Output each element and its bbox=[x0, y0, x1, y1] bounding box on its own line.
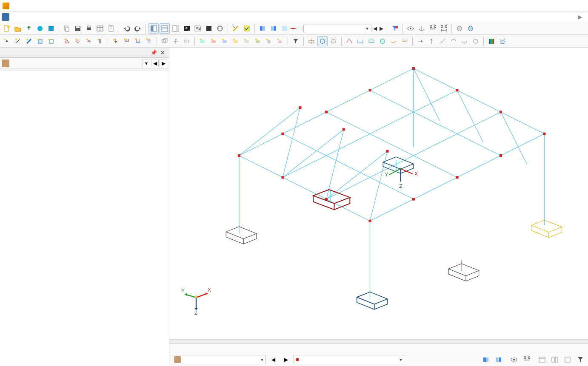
diagram-n-icon[interactable] bbox=[366, 36, 377, 46]
star-set3-icon[interactable] bbox=[220, 36, 230, 46]
viewport[interactable]: X Y Z X Y Z bbox=[169, 48, 588, 366]
view-iso-icon[interactable] bbox=[317, 36, 328, 46]
svg-point-65 bbox=[88, 40, 90, 42]
save-icon[interactable] bbox=[73, 23, 83, 34]
cube-green-icon[interactable] bbox=[377, 36, 388, 46]
panel-icon[interactable] bbox=[171, 23, 181, 34]
results-values-icon[interactable]: x.xx bbox=[522, 355, 532, 365]
loadcase-id[interactable] bbox=[297, 28, 303, 29]
loadcase-combo[interactable]: ▾ bbox=[303, 25, 371, 32]
star-nodeload-icon[interactable] bbox=[111, 36, 121, 46]
support-react-mz-icon[interactable] bbox=[471, 36, 481, 46]
svg-point-98 bbox=[255, 39, 257, 40]
star-release-icon[interactable] bbox=[84, 36, 94, 46]
view-persp-icon[interactable] bbox=[328, 36, 339, 46]
eye-icon[interactable] bbox=[405, 23, 416, 34]
redo-icon[interactable] bbox=[133, 23, 143, 34]
ai-icon[interactable] bbox=[204, 23, 214, 34]
star-section-icon[interactable] bbox=[95, 36, 105, 46]
dimension-icon[interactable]: x.xx bbox=[439, 23, 449, 34]
star-set8-icon[interactable] bbox=[275, 36, 285, 46]
star-hinge-icon[interactable] bbox=[73, 36, 83, 46]
results-split-icon[interactable] bbox=[550, 355, 560, 365]
star-node-icon[interactable] bbox=[2, 36, 12, 46]
new-file-icon[interactable] bbox=[2, 23, 12, 34]
results-loadcase-prev-icon[interactable] bbox=[481, 355, 491, 365]
anim-icon[interactable] bbox=[400, 36, 410, 46]
star-surface-icon[interactable] bbox=[35, 36, 45, 46]
results-prev-icon[interactable]: ◀ bbox=[268, 355, 278, 365]
navigator-dropdown-icon[interactable]: ▾ bbox=[143, 60, 150, 67]
loadcase-prev-icon[interactable] bbox=[257, 23, 268, 34]
star-set1-icon[interactable] bbox=[197, 36, 208, 46]
star-support-icon[interactable] bbox=[62, 36, 72, 46]
results-filter-icon[interactable] bbox=[575, 355, 585, 365]
upload-icon[interactable] bbox=[24, 23, 34, 34]
star-member-icon[interactable] bbox=[24, 36, 34, 46]
navigator-next-icon[interactable]: ▶ bbox=[160, 60, 167, 67]
star-memberload-icon[interactable] bbox=[133, 36, 143, 46]
results-table-icon[interactable] bbox=[537, 355, 547, 365]
console-icon[interactable]: >_ bbox=[182, 23, 192, 34]
deform-icon[interactable] bbox=[388, 36, 399, 46]
support-react-my-icon[interactable] bbox=[460, 36, 470, 46]
copy-obj-icon[interactable] bbox=[160, 36, 170, 46]
diagram-v-icon[interactable] bbox=[355, 36, 365, 46]
star-set6-icon[interactable] bbox=[253, 36, 263, 46]
loadcase-tag[interactable] bbox=[291, 28, 296, 29]
star-line-icon[interactable] bbox=[13, 36, 23, 46]
show-values-icon[interactable]: x.xx bbox=[428, 23, 438, 34]
results-loadcase-next-icon[interactable] bbox=[494, 355, 504, 365]
axis-setup-icon[interactable] bbox=[417, 23, 427, 34]
cube-alt-icon[interactable] bbox=[465, 23, 476, 34]
filter-icon[interactable] bbox=[291, 36, 301, 46]
cloud-icon[interactable] bbox=[35, 23, 45, 34]
support-react-mx-icon[interactable] bbox=[448, 36, 459, 46]
cube-icon[interactable] bbox=[454, 23, 465, 34]
loadcase-next-icon[interactable] bbox=[268, 23, 279, 34]
star-lineload-icon[interactable] bbox=[122, 36, 132, 46]
measure-icon[interactable] bbox=[231, 23, 241, 34]
block-icon[interactable] bbox=[46, 23, 56, 34]
app-menu-icon[interactable] bbox=[2, 13, 9, 21]
move-obj-icon[interactable] bbox=[171, 36, 181, 46]
results-category-combo[interactable]: ▾ bbox=[172, 355, 265, 364]
result-isolines-icon[interactable] bbox=[497, 36, 508, 46]
star-set7-icon[interactable] bbox=[264, 36, 274, 46]
loadcase-color-icon[interactable] bbox=[280, 23, 290, 34]
results-type-combo[interactable]: ▾ bbox=[294, 355, 404, 364]
star-opening-icon[interactable] bbox=[46, 36, 56, 46]
print-icon[interactable] bbox=[84, 23, 94, 34]
support-react-y-icon[interactable] bbox=[426, 36, 437, 46]
open-file-icon[interactable] bbox=[13, 23, 23, 34]
result-colors-icon[interactable] bbox=[486, 36, 497, 46]
globe-icon[interactable] bbox=[215, 23, 225, 34]
loadcase-right-icon[interactable]: ▶ bbox=[379, 26, 384, 31]
report-icon[interactable] bbox=[106, 23, 116, 34]
view-workplane-icon[interactable] bbox=[306, 36, 317, 46]
results-eye-icon[interactable] bbox=[509, 355, 519, 365]
mirror-obj-icon[interactable] bbox=[182, 36, 192, 46]
model-area[interactable]: X Y Z X Y Z bbox=[169, 51, 588, 335]
diagram-m-icon[interactable] bbox=[344, 36, 354, 46]
navigator-tables-icon[interactable] bbox=[160, 23, 170, 34]
results-next-icon[interactable]: ▶ bbox=[281, 355, 291, 365]
navigator-pin-icon[interactable]: 📌 bbox=[149, 50, 159, 56]
navigator-prev-icon[interactable]: ◀ bbox=[151, 60, 159, 67]
results-fullscreen-icon[interactable] bbox=[562, 355, 573, 365]
script-icon[interactable]: >sc bbox=[193, 23, 203, 34]
undo-icon[interactable] bbox=[122, 23, 132, 34]
support-react-x-icon[interactable] bbox=[415, 36, 425, 46]
star-set2-icon[interactable] bbox=[208, 36, 219, 46]
navigator-data-icon[interactable] bbox=[148, 23, 159, 34]
filter-clear-icon[interactable] bbox=[390, 23, 400, 34]
result-toggle-icon[interactable] bbox=[242, 23, 252, 34]
support-react-z-icon[interactable] bbox=[437, 36, 448, 46]
loadcase-left-icon[interactable]: ◀ bbox=[372, 26, 378, 31]
star-set4-icon[interactable] bbox=[231, 36, 241, 46]
copy-icon[interactable] bbox=[62, 23, 72, 34]
table-icon[interactable] bbox=[95, 23, 105, 34]
star-set5-icon[interactable] bbox=[242, 36, 252, 46]
star-areaload-icon[interactable] bbox=[144, 36, 154, 46]
navigator-close-icon[interactable]: ✕ bbox=[159, 50, 166, 56]
